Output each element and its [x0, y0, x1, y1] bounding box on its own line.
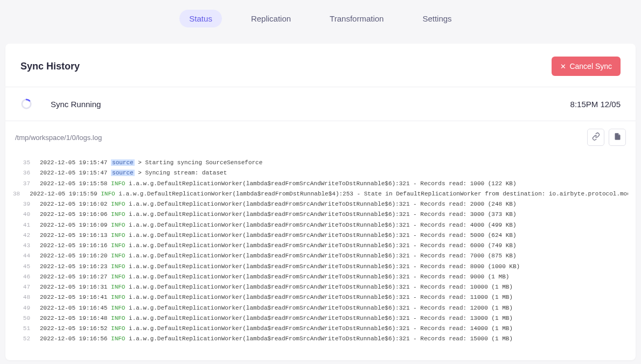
- link-icon: [592, 132, 600, 142]
- log-line-number: 51: [13, 324, 40, 334]
- log-line: 472022-12-05 19:16:31 INFO i.a.w.g.Defau…: [13, 282, 628, 292]
- log-level: INFO: [111, 253, 125, 259]
- log-message: i.a.w.g.DefaultReplicationWorker(lambda$…: [125, 263, 520, 270]
- log-line-number: 49: [13, 303, 40, 313]
- log-timestamp: 2022-12-05 19:16:48: [40, 315, 107, 321]
- tab-status[interactable]: Status: [179, 10, 222, 27]
- log-line: 352022-12-05 19:15:47 source > Starting …: [13, 158, 628, 168]
- log-line-number: 36: [13, 168, 40, 178]
- log-tag: source: [111, 159, 135, 166]
- log-level: INFO: [111, 222, 125, 228]
- log-timestamp: 2022-12-05 19:16:13: [40, 232, 107, 239]
- cancel-sync-button[interactable]: ✕ Cancel Sync: [552, 57, 621, 76]
- log-line-body: 2022-12-05 19:15:59 INFO i.a.w.g.Default…: [30, 189, 628, 199]
- spinner-icon: [20, 98, 32, 110]
- card-title: Sync History: [20, 61, 80, 72]
- log-message: > Starting syncing SourceSenseforce: [135, 159, 263, 166]
- log-timestamp: 2022-12-05 19:16:41: [40, 294, 107, 300]
- log-line-number: 37: [13, 179, 40, 189]
- log-line: 432022-12-05 19:16:16 INFO i.a.w.g.Defau…: [13, 241, 628, 251]
- log-line: 502022-12-05 19:16:48 INFO i.a.w.g.Defau…: [13, 313, 628, 324]
- log-line-number: 52: [13, 334, 40, 344]
- log-timestamp: 2022-12-05 19:15:47: [40, 170, 107, 176]
- log-line-body: 2022-12-05 19:15:47 source > Starting sy…: [40, 158, 262, 168]
- tabs: StatusReplicationTransformationSettings: [0, 0, 641, 44]
- log-level: INFO: [111, 335, 125, 342]
- tab-transformation[interactable]: Transformation: [320, 10, 393, 27]
- log-message: i.a.w.g.DefaultReplicationWorker(lambda$…: [125, 325, 513, 332]
- log-viewer[interactable]: 352022-12-05 19:15:47 source > Starting …: [13, 153, 628, 353]
- log-line-number: 42: [13, 230, 40, 241]
- log-line-number: 46: [13, 272, 40, 282]
- log-line-number: 38: [13, 189, 30, 199]
- log-message: > Syncing stream: dataset: [135, 170, 227, 176]
- log-line-body: 2022-12-05 19:16:48 INFO i.a.w.g.Default…: [40, 313, 513, 324]
- sync-status-label: Sync Running: [51, 100, 570, 109]
- log-message: i.a.w.g.DefaultReplicationWorker(lambda$…: [115, 191, 628, 197]
- log-line-body: 2022-12-05 19:16:16 INFO i.a.w.g.Default…: [40, 241, 517, 251]
- log-timestamp: 2022-12-05 19:16:31: [40, 284, 107, 290]
- log-message: i.a.w.g.DefaultReplicationWorker(lambda$…: [125, 253, 516, 259]
- log-message: i.a.w.g.DefaultReplicationWorker(lambda$…: [125, 211, 516, 218]
- log-message: i.a.w.g.DefaultReplicationWorker(lambda$…: [125, 294, 513, 300]
- log-level: INFO: [111, 294, 125, 300]
- log-level: INFO: [111, 232, 125, 239]
- log-line: 412022-12-05 19:16:09 INFO i.a.w.g.Defau…: [13, 220, 628, 230]
- log-line-number: 39: [13, 199, 40, 209]
- log-timestamp: 2022-12-05 19:16:27: [40, 274, 107, 280]
- log-message: i.a.w.g.DefaultReplicationWorker(lambda$…: [125, 201, 516, 207]
- log-line: 362022-12-05 19:15:47 source > Syncing s…: [13, 168, 628, 178]
- log-message: i.a.w.g.DefaultReplicationWorker(lambda$…: [125, 315, 513, 321]
- sync-status-timestamp: 8:15PM 12/05: [570, 100, 621, 109]
- download-logs-button[interactable]: [609, 129, 626, 146]
- log-level: INFO: [111, 325, 125, 332]
- tab-settings[interactable]: Settings: [413, 10, 461, 27]
- log-line: 492022-12-05 19:16:45 INFO i.a.w.g.Defau…: [13, 303, 628, 313]
- log-line-body: 2022-12-05 19:15:47 source > Syncing str…: [40, 168, 227, 178]
- log-line: 382022-12-05 19:15:59 INFO i.a.w.g.Defau…: [13, 189, 628, 199]
- log-line: 402022-12-05 19:16:06 INFO i.a.w.g.Defau…: [13, 209, 628, 220]
- log-line: 452022-12-05 19:16:23 INFO i.a.w.g.Defau…: [13, 262, 628, 272]
- log-message: i.a.w.g.DefaultReplicationWorker(lambda$…: [125, 284, 513, 290]
- log-line-body: 2022-12-05 19:16:31 INFO i.a.w.g.Default…: [40, 282, 513, 292]
- log-line: 522022-12-05 19:16:56 INFO i.a.w.g.Defau…: [13, 334, 628, 344]
- log-toolbar: /tmp/workspace/1/0/logs.log: [5, 121, 636, 153]
- log-timestamp: 2022-12-05 19:16:23: [40, 263, 107, 270]
- log-level: INFO: [111, 211, 125, 218]
- log-line: 422022-12-05 19:16:13 INFO i.a.w.g.Defau…: [13, 230, 628, 241]
- log-line-number: 48: [13, 292, 40, 303]
- log-timestamp: 2022-12-05 19:16:09: [40, 222, 107, 228]
- log-line-body: 2022-12-05 19:15:58 INFO i.a.w.g.Default…: [40, 179, 517, 189]
- log-message: i.a.w.g.DefaultReplicationWorker(lambda$…: [125, 305, 513, 311]
- log-line-body: 2022-12-05 19:16:52 INFO i.a.w.g.Default…: [40, 324, 513, 334]
- log-line-number: 44: [13, 251, 40, 261]
- log-level: INFO: [101, 191, 115, 197]
- sync-status-row: Sync Running 8:15PM 12/05: [5, 87, 636, 121]
- download-file-icon: [614, 132, 622, 142]
- log-timestamp: 2022-12-05 19:16:45: [40, 305, 107, 311]
- log-line-body: 2022-12-05 19:16:23 INFO i.a.w.g.Default…: [40, 262, 520, 272]
- log-line-body: 2022-12-05 19:16:13 INFO i.a.w.g.Default…: [40, 230, 517, 241]
- log-line-number: 35: [13, 158, 40, 168]
- log-timestamp: 2022-12-05 19:15:58: [40, 180, 107, 187]
- copy-link-button[interactable]: [587, 129, 604, 146]
- log-line-number: 47: [13, 282, 40, 292]
- log-timestamp: 2022-12-05 19:16:02: [40, 201, 107, 207]
- log-message: i.a.w.g.DefaultReplicationWorker(lambda$…: [125, 274, 509, 280]
- log-timestamp: 2022-12-05 19:16:06: [40, 211, 107, 218]
- log-line-number: 45: [13, 262, 40, 272]
- tab-replication[interactable]: Replication: [241, 10, 301, 27]
- log-line: 462022-12-05 19:16:27 INFO i.a.w.g.Defau…: [13, 272, 628, 282]
- log-level: INFO: [111, 263, 125, 270]
- log-message: i.a.w.g.DefaultReplicationWorker(lambda$…: [125, 180, 516, 187]
- sync-history-card: Sync History ✕ Cancel Sync Sync Running …: [5, 44, 636, 360]
- log-line-number: 40: [13, 209, 40, 220]
- log-level: INFO: [111, 274, 125, 280]
- log-viewer-wrapper: 352022-12-05 19:15:47 source > Starting …: [5, 153, 636, 360]
- log-timestamp: 2022-12-05 19:16:20: [40, 253, 107, 259]
- log-timestamp: 2022-12-05 19:16:52: [40, 325, 107, 332]
- log-message: i.a.w.g.DefaultReplicationWorker(lambda$…: [125, 242, 516, 249]
- log-timestamp: 2022-12-05 19:16:16: [40, 242, 107, 249]
- log-line-body: 2022-12-05 19:16:02 INFO i.a.w.g.Default…: [40, 199, 517, 209]
- log-timestamp: 2022-12-05 19:16:56: [40, 335, 107, 342]
